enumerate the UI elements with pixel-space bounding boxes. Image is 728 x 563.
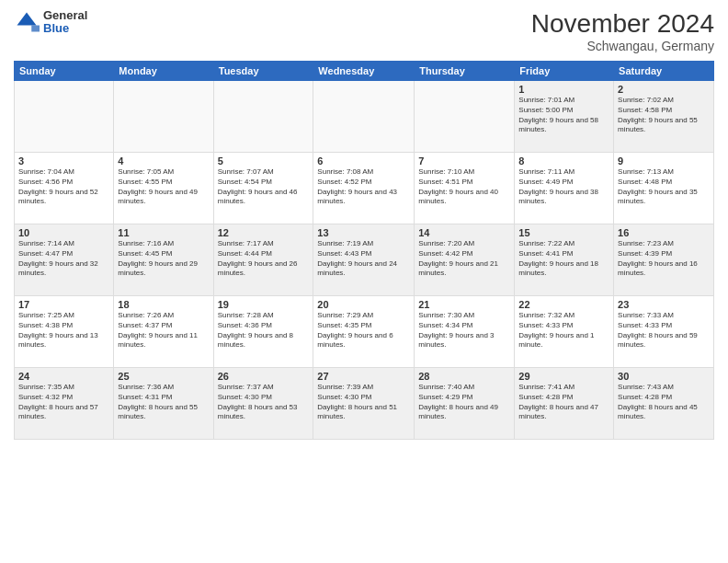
day-info: Sunrise: 7:11 AM Sunset: 4:49 PM Dayligh… [518,167,609,207]
weekday-header-tuesday: Tuesday [213,62,313,81]
calendar-week-row: 1Sunrise: 7:01 AM Sunset: 5:00 PM Daylig… [15,81,714,153]
weekday-header-saturday: Saturday [614,62,714,81]
day-number: 21 [418,299,510,310]
day-info: Sunrise: 7:30 AM Sunset: 4:34 PM Dayligh… [418,311,510,350]
calendar-cell: 6Sunrise: 7:08 AM Sunset: 4:52 PM Daylig… [313,153,415,224]
day-number: 26 [218,371,310,382]
day-info: Sunrise: 7:26 AM Sunset: 4:37 PM Dayligh… [118,311,209,350]
day-info: Sunrise: 7:13 AM Sunset: 4:48 PM Dayligh… [618,167,710,207]
day-info: Sunrise: 7:19 AM Sunset: 4:43 PM Dayligh… [317,239,410,279]
day-number: 8 [518,155,609,167]
logo-blue-label: Blue [43,22,87,35]
day-number: 5 [218,155,310,167]
calendar-cell: 2Sunrise: 7:02 AM Sunset: 4:58 PM Daylig… [614,81,714,153]
day-info: Sunrise: 7:16 AM Sunset: 4:45 PM Dayligh… [118,239,209,279]
calendar-cell: 3Sunrise: 7:04 AM Sunset: 4:56 PM Daylig… [15,153,114,224]
day-info: Sunrise: 7:25 AM Sunset: 4:38 PM Dayligh… [18,311,109,350]
month-title: November 2024 [531,9,714,39]
day-info: Sunrise: 7:20 AM Sunset: 4:42 PM Dayligh… [418,239,510,279]
day-number: 30 [618,371,710,382]
day-info: Sunrise: 7:05 AM Sunset: 4:55 PM Dayligh… [118,167,209,207]
calendar-cell [15,81,114,153]
calendar-cell: 14Sunrise: 7:20 AM Sunset: 4:42 PM Dayli… [415,224,515,296]
day-info: Sunrise: 7:01 AM Sunset: 5:00 PM Dayligh… [518,96,609,135]
calendar-cell: 21Sunrise: 7:30 AM Sunset: 4:34 PM Dayli… [415,296,515,368]
calendar-cell: 5Sunrise: 7:07 AM Sunset: 4:54 PM Daylig… [213,153,313,224]
day-info: Sunrise: 7:07 AM Sunset: 4:54 PM Dayligh… [218,167,310,207]
day-number: 10 [18,227,109,238]
calendar-cell: 12Sunrise: 7:17 AM Sunset: 4:44 PM Dayli… [213,224,313,296]
calendar-cell: 7Sunrise: 7:10 AM Sunset: 4:51 PM Daylig… [415,153,515,224]
calendar-cell: 29Sunrise: 7:41 AM Sunset: 4:28 PM Dayli… [515,368,614,440]
calendar-cell: 19Sunrise: 7:28 AM Sunset: 4:36 PM Dayli… [213,296,313,368]
day-info: Sunrise: 7:04 AM Sunset: 4:56 PM Dayligh… [18,167,109,207]
weekday-header-thursday: Thursday [415,62,515,81]
day-number: 22 [518,299,609,310]
day-info: Sunrise: 7:33 AM Sunset: 4:33 PM Dayligh… [618,311,710,350]
calendar-cell: 1Sunrise: 7:01 AM Sunset: 5:00 PM Daylig… [515,81,614,153]
calendar-cell [213,81,313,153]
calendar-cell: 8Sunrise: 7:11 AM Sunset: 4:49 PM Daylig… [515,153,614,224]
day-info: Sunrise: 7:17 AM Sunset: 4:44 PM Dayligh… [218,239,310,279]
calendar-header: SundayMondayTuesdayWednesdayThursdayFrid… [15,62,714,81]
day-number: 9 [618,155,710,167]
calendar-cell: 28Sunrise: 7:40 AM Sunset: 4:29 PM Dayli… [415,368,515,440]
day-number: 11 [118,227,209,238]
location: Schwangau, Germany [531,39,714,53]
calendar-cell: 16Sunrise: 7:23 AM Sunset: 4:39 PM Dayli… [614,224,714,296]
calendar-cell: 9Sunrise: 7:13 AM Sunset: 4:48 PM Daylig… [614,153,714,224]
day-number: 14 [418,227,510,238]
calendar-cell: 11Sunrise: 7:16 AM Sunset: 4:45 PM Dayli… [114,224,213,296]
day-number: 13 [317,227,410,238]
calendar-cell: 4Sunrise: 7:05 AM Sunset: 4:55 PM Daylig… [114,153,213,224]
calendar-cell: 22Sunrise: 7:32 AM Sunset: 4:33 PM Dayli… [515,296,614,368]
calendar-cell: 23Sunrise: 7:33 AM Sunset: 4:33 PM Dayli… [614,296,714,368]
calendar-cell [415,81,515,153]
logo-general-label: General [43,9,87,22]
calendar-cell: 27Sunrise: 7:39 AM Sunset: 4:30 PM Dayli… [313,368,415,440]
page: General Blue November 2024 Schwangau, Ge… [0,0,728,563]
day-number: 24 [18,371,109,382]
day-info: Sunrise: 7:08 AM Sunset: 4:52 PM Dayligh… [317,167,410,207]
svg-marker-1 [31,26,40,32]
calendar-cell: 20Sunrise: 7:29 AM Sunset: 4:35 PM Dayli… [313,296,415,368]
weekday-header-friday: Friday [515,62,614,81]
header: General Blue November 2024 Schwangau, Ge… [14,9,714,53]
day-info: Sunrise: 7:23 AM Sunset: 4:39 PM Dayligh… [618,239,710,279]
day-number: 23 [618,299,710,310]
day-number: 2 [618,84,710,95]
day-number: 18 [118,299,209,310]
calendar-week-row: 10Sunrise: 7:14 AM Sunset: 4:47 PM Dayli… [15,224,714,296]
day-number: 17 [18,299,109,310]
weekday-header-wednesday: Wednesday [313,62,415,81]
day-number: 25 [118,371,209,382]
day-info: Sunrise: 7:35 AM Sunset: 4:32 PM Dayligh… [18,383,109,422]
day-number: 20 [317,299,410,310]
day-info: Sunrise: 7:02 AM Sunset: 4:58 PM Dayligh… [618,96,710,135]
day-info: Sunrise: 7:43 AM Sunset: 4:28 PM Dayligh… [618,383,710,422]
day-info: Sunrise: 7:28 AM Sunset: 4:36 PM Dayligh… [218,311,310,350]
day-number: 1 [518,84,609,95]
calendar-cell: 10Sunrise: 7:14 AM Sunset: 4:47 PM Dayli… [15,224,114,296]
day-number: 7 [418,155,510,167]
day-info: Sunrise: 7:29 AM Sunset: 4:35 PM Dayligh… [317,311,410,350]
weekday-header-monday: Monday [114,62,213,81]
calendar-cell [114,81,213,153]
day-number: 19 [218,299,310,310]
day-number: 27 [317,371,410,382]
calendar-cell: 17Sunrise: 7:25 AM Sunset: 4:38 PM Dayli… [15,296,114,368]
weekday-header-row: SundayMondayTuesdayWednesdayThursdayFrid… [15,62,714,81]
calendar-cell: 26Sunrise: 7:37 AM Sunset: 4:30 PM Dayli… [213,368,313,440]
logo-text: General Blue [43,9,87,36]
calendar-cell: 25Sunrise: 7:36 AM Sunset: 4:31 PM Dayli… [114,368,213,440]
svg-marker-0 [17,13,37,26]
day-number: 15 [518,227,609,238]
calendar-cell: 24Sunrise: 7:35 AM Sunset: 4:32 PM Dayli… [15,368,114,440]
calendar-cell: 15Sunrise: 7:22 AM Sunset: 4:41 PM Dayli… [515,224,614,296]
logo: General Blue [14,9,87,36]
day-number: 12 [218,227,310,238]
calendar-week-row: 3Sunrise: 7:04 AM Sunset: 4:56 PM Daylig… [15,153,714,224]
day-number: 16 [618,227,710,238]
day-number: 28 [418,371,510,382]
day-info: Sunrise: 7:39 AM Sunset: 4:30 PM Dayligh… [317,383,410,422]
